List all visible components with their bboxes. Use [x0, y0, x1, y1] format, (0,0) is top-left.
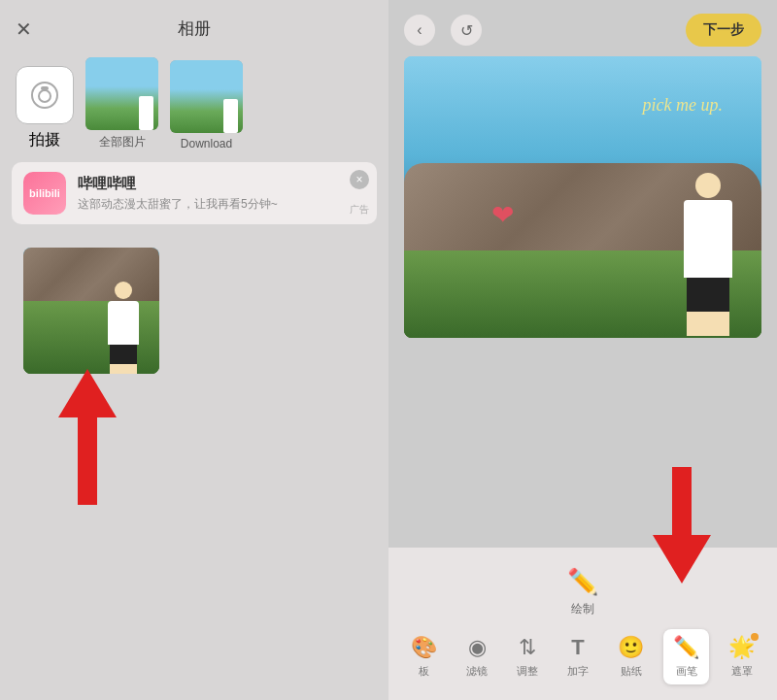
- bilibili-close-button[interactable]: ×: [350, 170, 369, 189]
- download-group[interactable]: Download: [170, 60, 243, 150]
- svg-point-0: [32, 83, 57, 108]
- next-button[interactable]: 下一步: [686, 14, 761, 47]
- bottom-toolbar: ✏️ 绘制 🎨 板 ◉ 滤镜 ⇅ 调整 T 加字 🙂 贴: [388, 548, 777, 700]
- right-arrow-head: [653, 535, 711, 583]
- tool-sticker[interactable]: 🙂 贴纸: [608, 629, 654, 684]
- tool-adjust[interactable]: ⇅ 调整: [507, 629, 548, 684]
- bilibili-logo: bilibili: [23, 172, 66, 215]
- mask-badge: 🌟: [728, 635, 755, 660]
- draw-icon: ✏️: [567, 567, 598, 597]
- right-topbar: ‹ ↺ 下一步: [388, 0, 777, 56]
- filter-icon: ◉: [468, 635, 487, 660]
- text-label: 加字: [567, 664, 589, 679]
- brush-badge: ✏️: [673, 635, 699, 660]
- board-label: 板: [419, 664, 429, 679]
- arrow-shaft: [78, 417, 97, 505]
- left-arrow-indicator: [58, 369, 117, 505]
- all-photos-label: 全部图片: [99, 134, 146, 150]
- svg-point-1: [39, 90, 51, 102]
- mask-label: 遮罩: [731, 664, 753, 679]
- brush-label: 画笔: [676, 664, 697, 679]
- tool-board[interactable]: 🎨 板: [401, 629, 447, 684]
- left-panel: ✕ 相册 拍摄 全部图片: [0, 0, 388, 700]
- filter-label: 滤镜: [466, 664, 488, 679]
- adjust-label: 调整: [517, 664, 538, 679]
- draw-section: ✏️ 绘制: [388, 559, 777, 629]
- svg-rect-2: [41, 86, 49, 90]
- sticker-icon: 🙂: [618, 635, 644, 660]
- close-button[interactable]: ✕: [16, 19, 32, 39]
- sticker-label: 贴纸: [621, 664, 642, 679]
- selected-image-preview: [23, 248, 159, 374]
- left-header: ✕ 相册: [0, 0, 388, 50]
- tool-brush[interactable]: ✏️ 画笔: [663, 629, 709, 684]
- adjust-icon: ⇅: [519, 635, 536, 660]
- brush-icon: ✏️: [673, 635, 699, 659]
- bilibili-ad-label: 广告: [350, 203, 369, 217]
- right-topbar-nav: ‹ ↺: [404, 15, 482, 46]
- bilibili-title: 哔哩哔哩: [78, 175, 278, 193]
- bilibili-desc: 这部动态漫太甜蜜了，让我再看5分钟~: [78, 196, 278, 213]
- bilibili-card: bilibili 哔哩哔哩 这部动态漫太甜蜜了，让我再看5分钟~ × 广告: [12, 162, 377, 224]
- draw-label: 绘制: [571, 601, 594, 617]
- tool-mask[interactable]: 🌟 遮罩: [719, 629, 764, 684]
- toolbar-items: 🎨 板 ◉ 滤镜 ⇅ 调整 T 加字 🙂 贴纸 ✏️: [388, 629, 777, 684]
- board-icon: 🎨: [411, 635, 437, 660]
- download-thumb[interactable]: [170, 60, 243, 133]
- right-arrow-shaft: [672, 467, 692, 535]
- bilibili-text: 哔哩哔哩 这部动态漫太甜蜜了，让我再看5分钟~: [78, 175, 278, 213]
- download-label: Download: [181, 137, 232, 150]
- arrow-head-up: [58, 369, 117, 417]
- camera-button[interactable]: [16, 66, 74, 124]
- watermark-text: pick me up.: [643, 95, 723, 116]
- all-photos-group[interactable]: 全部图片: [85, 57, 158, 150]
- undo-button[interactable]: ↺: [451, 15, 482, 46]
- main-edit-image: pick me up. ❤: [404, 56, 761, 338]
- all-photos-thumb[interactable]: [85, 57, 158, 130]
- camera-label: 拍摄: [29, 130, 60, 150]
- mask-badge-dot: [751, 633, 759, 641]
- tool-filter[interactable]: ◉ 滤镜: [456, 629, 497, 684]
- tool-text[interactable]: T 加字: [557, 629, 598, 684]
- photo-grid-row: 拍摄 全部图片 Download: [0, 50, 388, 162]
- back-button[interactable]: ‹: [404, 15, 435, 46]
- text-icon: T: [571, 635, 584, 660]
- right-panel: ‹ ↺ 下一步 pick me up. ❤ ✏️ 绘制: [388, 0, 777, 700]
- heart-balloon: ❤: [491, 199, 514, 231]
- right-arrow-indicator: [653, 467, 711, 583]
- album-title: 相册: [178, 17, 211, 40]
